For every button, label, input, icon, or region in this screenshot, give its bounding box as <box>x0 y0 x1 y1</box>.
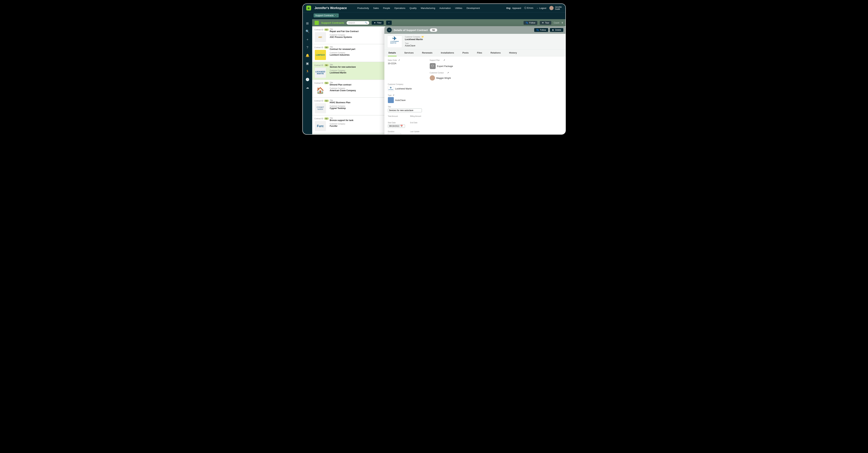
nav-development[interactable]: Development <box>467 7 480 9</box>
count-value: 9 <box>562 22 563 24</box>
company-logo-thumb: ASC <box>315 32 326 42</box>
contract-id-pill: 56 <box>324 64 329 66</box>
tab-posts[interactable]: Posts <box>462 50 469 56</box>
errors-link[interactable]: ⓘ Errors <box>524 6 533 9</box>
support-plan-value: 🛡Expert Package <box>430 63 562 69</box>
main-area: ⊞ 🔍 ＋ ? 🔔 ▣ 🏃 🕐 ☁ Support Contracts Sear… <box>303 19 565 134</box>
type-thumbnail <box>388 97 394 103</box>
module-title: Support Contracts <box>321 21 344 24</box>
details-delete-button[interactable]: 🗑Delete <box>550 28 563 32</box>
filter-button[interactable]: ▼Filter <box>372 21 384 25</box>
list-toolbar: Support Contracts Search🔍 ▼Filter ＋ 👣Fol… <box>312 19 565 26</box>
logout-link[interactable]: ← Logout <box>536 7 546 9</box>
search-input[interactable]: Search🔍 <box>346 21 369 25</box>
company-logo-thumb: 🏠 <box>315 86 326 96</box>
details-id: 56 <box>430 28 437 32</box>
tab-relations[interactable]: Relations <box>490 50 502 56</box>
topbar-right: Org: Appward ⓘ Errors ← Logout JenniferS… <box>506 6 562 10</box>
nav-quality[interactable]: Quality <box>409 7 416 9</box>
breadcrumb-chip[interactable]: Support Contracts × <box>314 13 339 18</box>
customer-contact-value: Maggie Wright <box>430 75 562 80</box>
help-icon[interactable]: ? <box>306 46 309 49</box>
title-input[interactable] <box>388 108 422 112</box>
user-menu[interactable]: JenniferSistilli <box>549 6 562 10</box>
contract-id-pill: 54 <box>324 82 329 84</box>
workspace-title: Jennifer's Workspace <box>315 6 347 10</box>
tour-button[interactable]: 👁Tour <box>540 21 551 25</box>
contract-id-pill: 59 <box>324 46 329 48</box>
details-body: Sales Order ↗ 10-222A Support Plan ↗ 🛡Ex… <box>384 57 566 135</box>
calendar-icon: 📅 <box>400 125 403 127</box>
top-nav: ProductivitySalesPeopleOperationsQuality… <box>358 7 480 9</box>
nav-utilities[interactable]: Utilities <box>455 7 462 9</box>
external-link-icon[interactable]: ↗ <box>443 59 445 61</box>
count-label: Count <box>554 22 559 24</box>
details-panel: → Details of Support Contract 56 👣Follow… <box>384 26 566 135</box>
trash-icon: 🗑 <box>552 29 554 31</box>
search-icon[interactable]: 🔍 <box>306 30 309 33</box>
tab-files[interactable]: Files <box>476 50 483 56</box>
org-value: Appward <box>512 7 521 9</box>
customer-company-value: ✈LOCKHEED Lockheed Martin <box>388 86 425 91</box>
contract-type: AutoClave <box>405 44 424 47</box>
nav-operations[interactable]: Operations <box>394 7 405 9</box>
clock-icon[interactable]: 🕐 <box>306 78 309 81</box>
start-date-input[interactable]: 09/19/2022📅 <box>388 124 405 128</box>
company-logo-thumb: CYGNET texkim <box>315 103 326 114</box>
follow-icon: 👣 <box>526 22 528 24</box>
type-value: AutoClave <box>388 97 425 103</box>
chat-icon[interactable]: ▣ <box>306 62 309 65</box>
nav-sales[interactable]: Sales <box>373 7 379 9</box>
duration-input[interactable] <box>388 133 401 135</box>
details-tabs: DetailsServicesRenewalsInstallationsPost… <box>384 50 566 57</box>
bell-icon[interactable]: 🔔 <box>306 54 309 57</box>
tab-services[interactable]: Services <box>404 50 414 56</box>
contract-id-pill: 53 <box>324 100 329 102</box>
org-label: Org: <box>506 7 511 9</box>
company-logo: ✈ LOCKHEEDMARTIN <box>387 36 402 48</box>
external-link-icon[interactable]: ↗ <box>447 71 449 74</box>
folder-icon[interactable]: 📁 <box>421 36 424 38</box>
tab-details[interactable]: Details <box>388 50 397 56</box>
contract-id-pill: 63 <box>324 28 329 31</box>
nav-people[interactable]: People <box>383 7 390 9</box>
company-logo-thumb: Furc <box>315 121 326 131</box>
module-icon <box>315 21 319 25</box>
user-avatar <box>549 6 554 10</box>
cloud-icon[interactable]: ☁ <box>306 86 309 89</box>
details-follow-button[interactable]: 👣Follow <box>534 28 548 32</box>
app-logo[interactable]: a <box>306 6 311 10</box>
add-button[interactable]: ＋ <box>386 21 392 25</box>
contact-avatar <box>430 75 435 80</box>
tab-installations[interactable]: Installations <box>440 50 455 56</box>
company-logo-thumb: LUMITECH <box>315 50 326 60</box>
back-button[interactable]: → <box>387 28 392 32</box>
details-title: Details of Support Contract <box>394 29 428 32</box>
external-link-icon[interactable]: ↗ <box>398 59 400 61</box>
details-header: → Details of Support Contract 56 👣Follow… <box>384 26 566 34</box>
contract-id-pill: 52 <box>324 117 329 120</box>
content-area: Support Contracts Search🔍 ▼Filter ＋ 👣Fol… <box>312 19 565 134</box>
tab-renewals[interactable]: Renewals <box>421 50 433 56</box>
nav-automation[interactable]: Automation <box>439 7 451 9</box>
breadcrumb-bar: Support Contracts × <box>303 12 565 19</box>
activity-icon[interactable]: 🏃 <box>306 70 309 73</box>
close-icon[interactable]: × <box>335 14 337 17</box>
company-name: Lockheed Martin <box>405 38 424 41</box>
topbar: a Jennifer's Workspace ProductivitySales… <box>303 4 565 12</box>
app-frame: a Jennifer's Workspace ProductivitySales… <box>302 3 566 135</box>
details-summary: ✈ LOCKHEEDMARTIN Customer Company 📁 Lock… <box>384 34 566 50</box>
nav-manufacturing[interactable]: Manufacturing <box>421 7 435 9</box>
filter-icon: ▼ <box>374 22 376 24</box>
sales-order-value: 10-222A <box>388 62 425 65</box>
add-icon[interactable]: ＋ <box>306 38 309 41</box>
apps-icon[interactable]: ⊞ <box>306 22 309 25</box>
external-link-icon[interactable]: ↗ <box>393 94 394 96</box>
company-logo-thumb: LOCKHEED MARTIN <box>315 68 326 78</box>
tab-history[interactable]: History <box>508 50 518 56</box>
company-logo-small: ✈LOCKHEED <box>388 86 394 91</box>
follow-button[interactable]: 👣Follow <box>524 21 537 25</box>
nav-productivity[interactable]: Productivity <box>358 7 369 9</box>
follow-icon: 👣 <box>536 29 539 31</box>
eye-icon: 👁 <box>542 22 544 24</box>
